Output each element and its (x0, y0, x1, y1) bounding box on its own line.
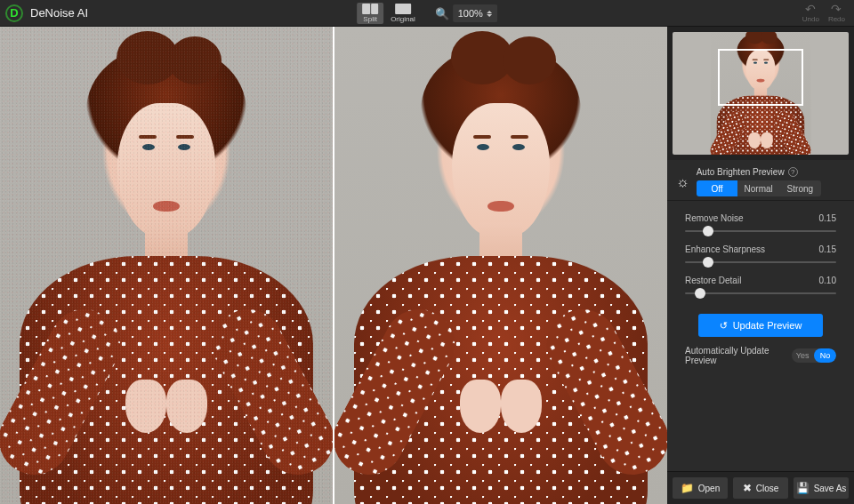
help-icon[interactable]: ? (788, 167, 798, 177)
enhance-sharpness-slider: Enhance Sharpness 0.15 (676, 239, 845, 270)
sliders-section: Remove Noise 0.15 Enhance Sharpness 0.15 (667, 200, 854, 371)
save-as-label: Save As (814, 484, 847, 493)
auto-update-toggle[interactable]: Yes No (792, 348, 836, 363)
history-group: ↶ Undo ↷ Redo (802, 3, 849, 23)
update-preview-button[interactable]: ↻ Update Preview (698, 314, 823, 337)
restore-detail-value: 0.10 (819, 276, 836, 285)
preview-after-pane (334, 27, 667, 504)
close-icon: ✖ (743, 482, 752, 494)
split-view-icon (362, 4, 378, 14)
redo-label: Redo (828, 15, 845, 23)
view-split-label: Split (363, 15, 377, 23)
save-as-button[interactable]: 💾 Save As (794, 477, 849, 499)
navigator-crop-rect[interactable] (718, 49, 802, 105)
auto-brighten-segment: Off Normal Strong (697, 180, 821, 196)
zoom-field[interactable]: 100% (453, 4, 497, 22)
remove-noise-slider: Remove Noise 0.15 (676, 208, 845, 239)
preview-canvas[interactable] (0, 27, 667, 504)
folder-icon: 📁 (681, 482, 694, 494)
brighten-strong-button[interactable]: Strong (779, 180, 821, 196)
open-label: Open (698, 484, 720, 493)
auto-brighten-label: Auto Brighten Preview (697, 167, 785, 177)
redo-button[interactable]: ↷ Redo (828, 3, 845, 23)
enhance-sharpness-thumb[interactable] (703, 257, 713, 268)
undo-label: Undo (802, 15, 819, 23)
top-toolbar: D DeNoise AI Split Original 🔍 100% ↶ Und… (0, 0, 854, 27)
enhance-sharpness-track[interactable] (685, 256, 836, 268)
update-preview-label: Update Preview (733, 320, 802, 331)
view-mode-group: Split Original 🔍 100% (357, 0, 497, 27)
brighten-normal-button[interactable]: Normal (737, 180, 779, 196)
zoom-control: 🔍 100% (435, 4, 497, 22)
restore-detail-label: Restore Detail (685, 276, 741, 285)
main-area: ☼ Auto Brighten Preview ? Off Normal Str… (0, 27, 854, 504)
remove-noise-track[interactable] (685, 225, 836, 237)
auto-update-row: Automatically Update Preview Yes No (676, 344, 845, 367)
remove-noise-label: Remove Noise (685, 213, 744, 223)
app-logo: D (5, 4, 23, 22)
brighten-off-button[interactable]: Off (697, 180, 738, 196)
auto-update-no[interactable]: No (814, 348, 836, 363)
close-label: Close (756, 484, 779, 493)
redo-icon: ↷ (831, 3, 842, 15)
auto-update-label: Automatically Update Preview (685, 346, 792, 365)
undo-button[interactable]: ↶ Undo (802, 3, 819, 23)
open-button[interactable]: 📁 Open (673, 477, 728, 499)
zoom-spinner-icon[interactable] (487, 11, 492, 17)
navigator-thumbnail[interactable] (667, 27, 854, 160)
restore-detail-slider: Restore Detail 0.10 (676, 270, 845, 301)
enhance-sharpness-label: Enhance Sharpness (685, 244, 765, 254)
save-icon: 💾 (796, 482, 810, 494)
panel-footer: 📁 Open ✖ Close 💾 Save As (667, 471, 854, 504)
panel-spacer (667, 371, 854, 471)
auto-brighten-section: ☼ Auto Brighten Preview ? Off Normal Str… (667, 160, 854, 200)
enhance-sharpness-value: 0.15 (819, 244, 836, 254)
refresh-icon: ↻ (720, 320, 728, 332)
original-view-icon (395, 4, 411, 14)
undo-icon: ↶ (805, 3, 816, 15)
view-original-button[interactable]: Original (387, 3, 419, 24)
view-split-button[interactable]: Split (357, 3, 383, 24)
remove-noise-thumb[interactable] (703, 226, 713, 236)
preview-before-pane (0, 27, 333, 504)
restore-detail-thumb[interactable] (695, 288, 705, 299)
remove-noise-value: 0.15 (819, 213, 836, 223)
control-panel: ☼ Auto Brighten Preview ? Off Normal Str… (667, 27, 854, 504)
close-button[interactable]: ✖ Close (733, 477, 788, 499)
view-original-label: Original (391, 15, 415, 23)
magnifier-icon: 🔍 (435, 7, 449, 20)
auto-update-yes[interactable]: Yes (792, 348, 814, 363)
sun-icon: ☼ (676, 174, 689, 190)
zoom-value: 100% (458, 8, 483, 19)
app-title: DeNoise AI (30, 6, 88, 20)
restore-detail-track[interactable] (685, 287, 836, 300)
